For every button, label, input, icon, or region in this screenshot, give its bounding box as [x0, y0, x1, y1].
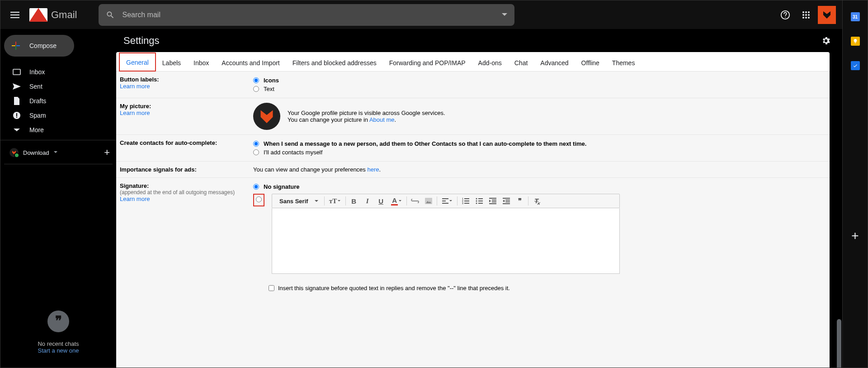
bulleted-list-icon[interactable] [472, 195, 486, 207]
search-options-icon[interactable] [502, 13, 507, 17]
profile-picture-icon [253, 103, 280, 130]
side-panel-add-icon[interactable]: + [851, 210, 859, 243]
main-menu-icon[interactable] [4, 4, 26, 26]
text-color-icon[interactable]: A [388, 195, 405, 207]
svg-point-28 [476, 198, 477, 200]
tab-inbox[interactable]: Inbox [187, 54, 215, 71]
svg-rect-37 [489, 203, 496, 204]
svg-rect-11 [16, 45, 20, 46]
quote-icon[interactable]: ❞ [513, 195, 527, 207]
radio-signature-enable[interactable] [253, 194, 264, 206]
content-area: Settings General Labels Inbox Accounts a… [116, 29, 842, 368]
underline-icon[interactable]: U [374, 195, 388, 207]
tab-advanced[interactable]: Advanced [534, 54, 575, 71]
chevron-down-icon [54, 151, 57, 154]
download-label: Download [23, 149, 49, 156]
insert-signature-checkbox[interactable] [269, 285, 274, 291]
radio-auto-complete-manual[interactable]: I'll add contacts myself [253, 148, 826, 157]
scrollbar-thumb[interactable] [837, 319, 841, 368]
image-icon[interactable] [422, 195, 435, 207]
section-signature: Signature: [120, 182, 246, 189]
svg-rect-16 [16, 113, 17, 116]
nav-spam[interactable]: Spam [0, 108, 116, 123]
tab-chat[interactable]: Chat [508, 54, 534, 71]
svg-rect-12 [15, 46, 16, 50]
apps-grid-icon[interactable] [797, 6, 815, 24]
nav-label: Spam [29, 112, 46, 119]
indent-more-icon[interactable] [500, 195, 513, 207]
tab-general[interactable]: General [119, 53, 156, 72]
gmail-logo-text: Gmail [51, 9, 77, 21]
search-input[interactable] [122, 11, 495, 19]
tab-addons[interactable]: Add-ons [472, 54, 508, 71]
section-auto-complete: Create contacts for auto-complete: [120, 139, 246, 146]
svg-rect-19 [442, 198, 448, 199]
tab-forwarding[interactable]: Forwarding and POP/IMAP [383, 54, 472, 71]
svg-point-7 [802, 17, 804, 19]
tab-themes[interactable]: Themes [606, 54, 642, 71]
sent-icon [12, 82, 21, 91]
radio-button-labels-icons[interactable]: Icons [253, 76, 826, 85]
add-icon[interactable]: + [104, 147, 110, 158]
align-icon[interactable] [439, 195, 456, 207]
tab-filters[interactable]: Filters and blocked addresses [286, 54, 383, 71]
signature-editor[interactable] [272, 208, 620, 274]
search-box[interactable] [99, 4, 514, 26]
about-me-link[interactable]: About me [369, 116, 395, 123]
google-side-panel: 31 + [842, 0, 868, 368]
tab-accounts[interactable]: Accounts and Import [215, 54, 286, 71]
calendar-icon[interactable]: 31 [851, 12, 860, 21]
compose-button[interactable]: Compose [4, 35, 74, 57]
nav-label: More [29, 126, 44, 134]
bold-icon[interactable]: B [347, 195, 361, 207]
tasks-icon[interactable] [851, 61, 860, 70]
svg-rect-17 [16, 117, 17, 118]
section-ads: Importance signals for ads: [120, 166, 246, 173]
gmail-logo[interactable]: Gmail [29, 8, 77, 22]
indent-less-icon[interactable] [486, 195, 500, 207]
svg-point-3 [808, 11, 810, 13]
learn-more-link[interactable]: Learn more [120, 196, 150, 202]
keep-icon[interactable] [851, 37, 860, 46]
nav-sent[interactable]: Sent [0, 79, 116, 94]
svg-rect-13 [12, 45, 15, 46]
tab-labels[interactable]: Labels [156, 54, 187, 71]
svg-point-8 [805, 17, 807, 19]
svg-rect-20 [442, 201, 446, 201]
nav-drafts[interactable]: Drafts [0, 94, 116, 108]
chevron-down-icon [12, 125, 21, 134]
svg-rect-14 [13, 69, 20, 75]
svg-point-29 [476, 201, 477, 202]
svg-point-9 [808, 17, 810, 19]
compose-plus-icon [10, 40, 21, 51]
font-select[interactable]: Sans Serif [275, 198, 323, 205]
svg-rect-22 [464, 198, 469, 199]
nav-inbox[interactable]: Inbox [0, 65, 116, 79]
help-icon[interactable] [776, 6, 794, 24]
svg-rect-36 [492, 201, 496, 202]
link-icon[interactable] [408, 195, 422, 207]
italic-icon[interactable]: I [361, 195, 374, 207]
radio-auto-complete-auto[interactable]: When I send a message to a new person, a… [253, 139, 826, 148]
gear-icon[interactable] [817, 32, 835, 50]
remove-formatting-icon[interactable]: T✕ [530, 195, 543, 207]
svg-rect-41 [503, 203, 510, 204]
radio-no-signature[interactable]: No signature [253, 182, 826, 191]
ads-here-link[interactable]: here [367, 166, 379, 173]
section-my-picture: My picture: [120, 103, 246, 110]
svg-rect-32 [478, 201, 483, 201]
download-section[interactable]: Download + [0, 143, 116, 162]
font-size-icon[interactable]: тТ [326, 195, 344, 207]
svg-point-2 [805, 11, 807, 13]
scrollbar[interactable] [836, 52, 842, 368]
account-avatar-icon[interactable] [818, 6, 836, 24]
learn-more-link[interactable]: Learn more [120, 83, 150, 90]
nav-more[interactable]: More [0, 123, 116, 137]
tab-offline[interactable]: Offline [575, 54, 606, 71]
hangouts-start-link[interactable]: Start a new one [0, 347, 116, 354]
svg-rect-39 [505, 200, 510, 201]
radio-button-labels-text[interactable]: Text [253, 85, 826, 93]
page-title: Settings [123, 35, 160, 47]
learn-more-link[interactable]: Learn more [120, 110, 150, 116]
numbered-list-icon[interactable]: 123 [459, 195, 472, 207]
